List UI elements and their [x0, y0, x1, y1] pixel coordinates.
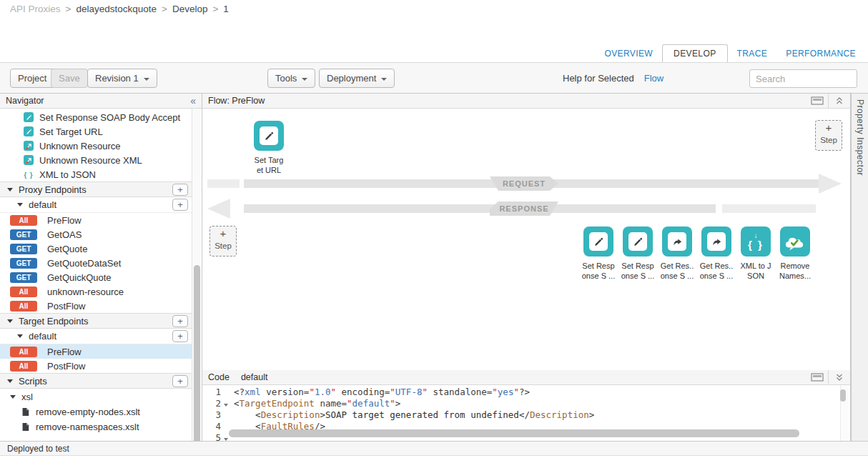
- policy-step-getresonses[interactable]: Get Res..onse S ...: [656, 226, 699, 281]
- code-panel: Code default 12345 <?xml version="1.0" e…: [202, 370, 850, 441]
- deployment-menu-button[interactable]: Deployment: [319, 69, 395, 88]
- help-for-selected: Help for SelectedFlow: [563, 63, 664, 94]
- add-proxy-endpoints-button[interactable]: +: [172, 184, 188, 196]
- collapse-up-icon[interactable]: [829, 94, 850, 108]
- navigator-policy-item[interactable]: Unknown Resource XML: [0, 153, 192, 167]
- flow-header: Flow: PreFlow: [202, 94, 850, 109]
- request-ribbon: REQUEST: [490, 176, 558, 191]
- add-flow-button[interactable]: +: [172, 330, 188, 342]
- pencil-icon[interactable]: [623, 226, 653, 257]
- response-arrowhead-icon: [207, 199, 230, 219]
- tab-performance[interactable]: PERFORMANCE: [776, 45, 865, 63]
- split-view-icon[interactable]: [807, 94, 828, 108]
- tools-menu-button[interactable]: Tools: [267, 69, 315, 88]
- breadcrumb-root[interactable]: API Proxies: [10, 4, 61, 14]
- xmljson-icon: { }: [24, 169, 34, 179]
- pencil-icon[interactable]: [254, 121, 284, 151]
- method-badge: All: [10, 287, 37, 297]
- code-panel-title: Code: [202, 372, 230, 382]
- method-badge: GET: [10, 272, 37, 283]
- breadcrumb-item[interactable]: Develop: [172, 4, 208, 14]
- save-button[interactable]: Save: [51, 69, 88, 88]
- code-file-tab[interactable]: default: [230, 372, 268, 382]
- disclosure-triangle-icon[interactable]: [7, 188, 13, 191]
- breadcrumb-item[interactable]: 1: [223, 4, 229, 14]
- property-inspector-strip[interactable]: Property Inspector: [851, 94, 868, 441]
- revision-label: Revision 1: [95, 73, 139, 84]
- add-step-button-response[interactable]: + Step: [209, 226, 237, 257]
- policy-step-label: XML to JSON: [741, 262, 771, 281]
- script-file-item[interactable]: remove-namespaces.xslt: [0, 419, 192, 434]
- flow-canvas[interactable]: REQUEST RESPONSE + Step + Step Set Targe…: [202, 109, 850, 370]
- policy-step-setresponses[interactable]: Set Response S ...: [577, 226, 620, 281]
- split-view-icon[interactable]: [807, 370, 828, 384]
- revision-menu-button[interactable]: Revision 1: [87, 69, 157, 88]
- navigator-policy-item[interactable]: Set Response SOAP Body Accept: [0, 110, 192, 124]
- flow-item-getquotedataset[interactable]: GETGetQuoteDataSet: [0, 256, 192, 270]
- tab-develop[interactable]: DEVELOP: [662, 44, 728, 63]
- policy-step-label: RemoveNames...: [779, 262, 811, 281]
- flow-item-getquote[interactable]: GETGetQuote: [0, 242, 192, 256]
- pencil-icon: [24, 112, 34, 122]
- scrollbar-thumb[interactable]: [229, 429, 799, 437]
- policy-step-getresonses[interactable]: Get Res..onse S ...: [695, 226, 738, 281]
- breadcrumb-item[interactable]: delayedstockquote: [76, 4, 157, 14]
- flow-item-getoas[interactable]: GETGetOAS: [0, 227, 192, 242]
- pencil-icon[interactable]: [583, 226, 613, 257]
- code-vertical-scrollbar[interactable]: [840, 385, 849, 441]
- disclosure-triangle-icon[interactable]: [17, 203, 23, 206]
- flow-item-preflow[interactable]: AllPreFlow: [0, 344, 192, 359]
- code-gutter: 12345: [202, 387, 228, 441]
- script-file-item[interactable]: remove-empty-nodes.xslt: [0, 404, 192, 419]
- scripts-group-xsl[interactable]: xsl: [0, 389, 192, 404]
- scrollbar-thumb[interactable]: [194, 265, 200, 451]
- add-flow-button[interactable]: +: [172, 199, 188, 211]
- flow-item-postflow[interactable]: AllPostFlow: [0, 299, 192, 313]
- policy-step-setresponses[interactable]: Set Response S ...: [616, 226, 659, 281]
- disclosure-triangle-icon[interactable]: [7, 379, 13, 383]
- navigator-policy-item[interactable]: Unknown Resource: [0, 139, 192, 153]
- pencil-icon: [24, 126, 34, 136]
- add-target-endpoints-button[interactable]: +: [172, 315, 188, 327]
- deployment-status: Deployed to test: [7, 444, 69, 454]
- code-editor[interactable]: 12345 <?xml version="1.0" encoding="UTF-…: [202, 385, 850, 441]
- navigator-policy-item[interactable]: Set Target URL: [0, 124, 192, 139]
- policy-step-removenames[interactable]: RemoveNames...: [774, 226, 817, 281]
- tab-overview[interactable]: OVERVIEW: [595, 45, 662, 63]
- flow-item-postflow[interactable]: AllPostFlow: [0, 359, 192, 373]
- add-step-button-request[interactable]: + Step: [815, 120, 842, 151]
- search-input[interactable]: [749, 69, 857, 88]
- disclosure-triangle-icon[interactable]: [7, 319, 13, 323]
- add-script-button[interactable]: +: [172, 375, 188, 387]
- policy-step-settargeturl[interactable]: Set Target URL: [247, 121, 290, 175]
- collapse-down-icon[interactable]: [829, 370, 850, 384]
- flow-item-getquickquote[interactable]: GETGetQuickQuote: [0, 270, 192, 284]
- help-label: Help for Selected: [563, 73, 634, 84]
- response-ribbon: RESPONSE: [490, 201, 558, 216]
- xmljson-icon[interactable]: ↓{ }: [741, 226, 771, 257]
- tab-trace[interactable]: TRACE: [728, 45, 777, 63]
- policy-step-xmltojson[interactable]: ↓{ }XML to JSON: [734, 226, 777, 281]
- scrollbar-thumb[interactable]: [840, 389, 846, 402]
- disclosure-triangle-icon[interactable]: [17, 334, 23, 338]
- forward-icon[interactable]: [662, 226, 692, 257]
- navigator-policy-item[interactable]: { }XML to JSON: [0, 167, 192, 181]
- cloudcheck-icon[interactable]: [780, 226, 810, 257]
- status-bar: Deployed to test: [0, 441, 868, 456]
- proxy-endpoints-group[interactable]: default+: [0, 197, 192, 213]
- section-proxy-endpoints[interactable]: Proxy Endpoints+: [0, 181, 192, 197]
- target-endpoints-group[interactable]: default+: [0, 329, 192, 344]
- collapse-navigator-icon[interactable]: «: [190, 95, 196, 106]
- code-horizontal-scrollbar[interactable]: [229, 429, 811, 437]
- code-fold-icon[interactable]: [224, 404, 228, 407]
- section-target-endpoints[interactable]: Target Endpoints+: [0, 313, 192, 329]
- method-badge: All: [10, 361, 37, 372]
- save-label: Save: [59, 73, 80, 84]
- flow-item-preflow[interactable]: AllPreFlow: [0, 213, 192, 227]
- flow-item-unknown-resource[interactable]: Allunknown-resource: [0, 284, 192, 299]
- disclosure-triangle-icon[interactable]: [10, 395, 16, 399]
- navigator-scrollbar[interactable]: [192, 109, 201, 441]
- section-scripts[interactable]: Scripts+: [0, 373, 192, 389]
- forward-icon[interactable]: [701, 226, 731, 257]
- help-flow-link[interactable]: Flow: [644, 73, 664, 84]
